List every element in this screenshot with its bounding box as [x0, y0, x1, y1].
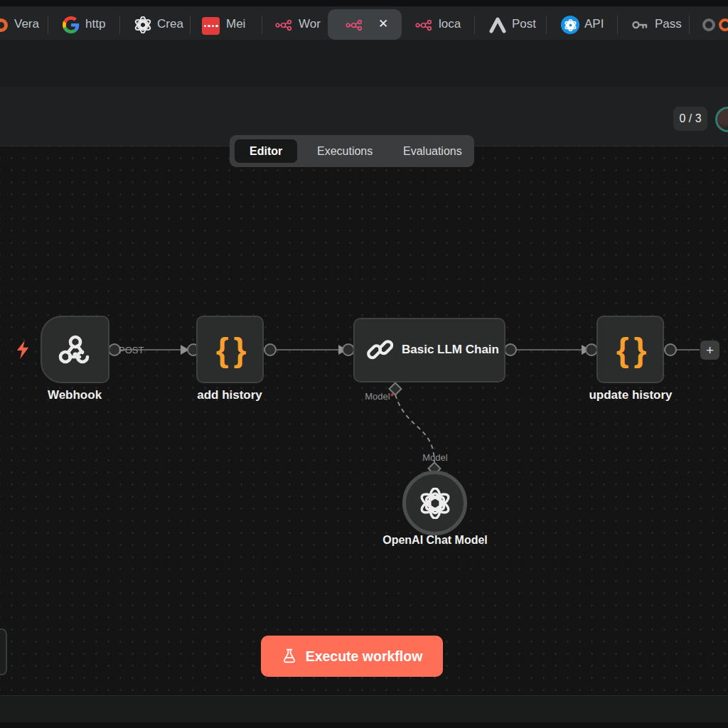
browser-address-row: lhost:5678/workflow/eoaUNVTPvPBUjBC7 1 [0, 40, 728, 87]
tab-separator [474, 16, 475, 34]
bottom-bar [0, 695, 728, 728]
browser-tab-label[interactable]: Vera [14, 17, 39, 33]
view-tab-switcher: Editor Executions Evaluations [230, 135, 474, 167]
node-label-update-history: update history [574, 388, 687, 402]
node-basic-llm-chain[interactable]: Basic LLM Chain [353, 318, 505, 382]
node-openai-chat-model[interactable] [402, 471, 467, 535]
add-node-button[interactable]: + [700, 341, 719, 360]
workflow-canvas[interactable]: Webhook POST { } add history Basic LLM C… [0, 146, 728, 695]
key-icon [631, 17, 648, 36]
browser-tab-label[interactable]: API [584, 17, 604, 33]
browser-tab-label[interactable]: Post [512, 17, 536, 33]
workflow-connections [0, 146, 728, 696]
execute-workflow-button[interactable]: Execute workflow [261, 636, 443, 677]
node-label-add-history: add history [180, 388, 279, 402]
openai-blue-icon [561, 16, 579, 34]
node-label-webhook: Webhook [28, 388, 121, 402]
tab-evaluations[interactable]: Evaluations [403, 135, 462, 167]
webhook-method-label: POST [119, 345, 144, 355]
postman-icon [488, 16, 507, 37]
execute-workflow-label: Execute workflow [306, 648, 423, 665]
chain-icon [367, 336, 395, 368]
window-top-edge [0, 0, 728, 6]
avatar[interactable] [715, 107, 728, 132]
google-icon [63, 16, 80, 36]
n8n-icon [415, 19, 434, 34]
red-dots-icon [202, 17, 220, 35]
set-node-icon: { } [616, 331, 645, 369]
set-node-icon: { } [216, 331, 245, 369]
browser-tab-label[interactable]: http [85, 17, 105, 33]
trigger-lightning-icon [16, 341, 30, 362]
node-label-openai-chat-model: OpenAI Chat Model [364, 534, 506, 547]
canvas-controls-panel[interactable] [0, 628, 7, 675]
tab-editor[interactable]: Editor [235, 139, 297, 163]
tab-close-icon[interactable]: ✕ [378, 16, 388, 31]
tab-separator [190, 16, 191, 34]
tab-separator [48, 16, 48, 34]
browser-tab-bar: Vera http Crea Mei Wor ✕ [0, 0, 728, 40]
tab-separator [617, 16, 618, 34]
browser-tab-active[interactable] [328, 9, 402, 40]
orange-ring-icon [0, 18, 8, 32]
browser-tab-label[interactable]: Wor [299, 17, 321, 33]
browser-tab-label[interactable]: Crea [157, 17, 183, 33]
node-add-history[interactable]: { } [196, 316, 264, 383]
browser-tab-label[interactable]: loca [439, 17, 461, 33]
evaluation-counter-badge[interactable]: 0 / 3 [673, 107, 707, 131]
tab-executions[interactable]: Executions [317, 135, 373, 167]
model-port-label: Model* [353, 391, 406, 402]
orange-ring-icon [719, 18, 728, 31]
openai-icon [419, 488, 451, 519]
model-connection-label: Model [410, 452, 460, 463]
gray-ring-icon [702, 18, 715, 31]
node-update-history[interactable]: { } [596, 316, 664, 383]
n8n-icon [346, 19, 365, 34]
tab-separator [689, 16, 690, 34]
n8n-icon [275, 19, 294, 34]
browser-tab-label[interactable]: Mei [226, 17, 245, 33]
openai-icon [134, 16, 151, 36]
tab-separator [262, 16, 262, 34]
tab-separator [546, 16, 547, 34]
flask-icon [282, 648, 297, 665]
bottom-edge [0, 722, 728, 728]
tab-separator [119, 16, 120, 34]
node-title-basic-llm-chain: Basic LLM Chain [402, 343, 499, 357]
webhook-icon [58, 333, 92, 366]
browser-tab-label[interactable]: Pass [655, 17, 682, 33]
node-webhook[interactable] [41, 316, 109, 383]
